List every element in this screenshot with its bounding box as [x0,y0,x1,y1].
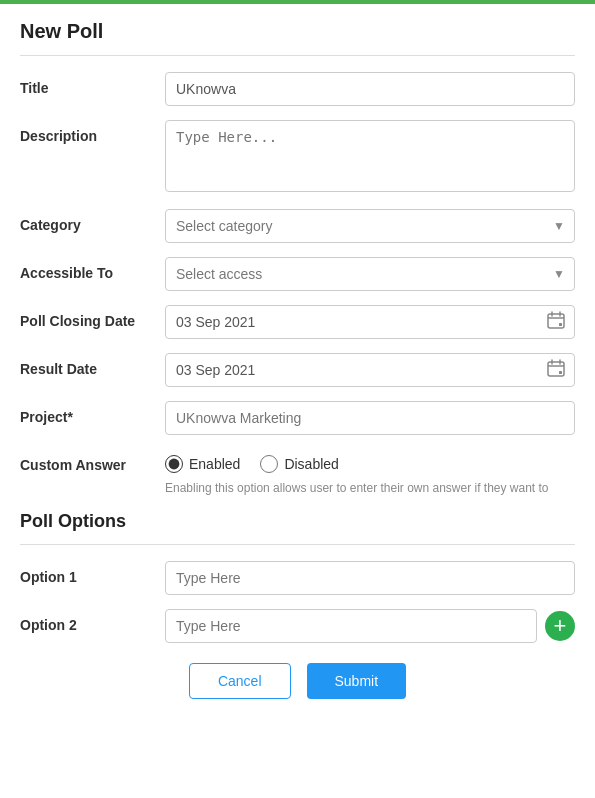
option1-input-wrap [165,561,575,595]
option2-with-add: + [165,609,575,643]
closing-date-input[interactable] [165,305,575,339]
custom-answer-row: Custom Answer Enabled Disabled Enabling … [20,449,575,497]
access-select-wrap: Select accessAllTeamDepartment ▼ [165,257,575,291]
custom-answer-radio-group: Enabled Disabled [165,449,575,473]
project-label: Project* [20,401,165,425]
title-label: Title [20,72,165,96]
poll-options-divider [20,544,575,545]
result-date-wrap [165,353,575,387]
custom-answer-enabled-label: Enabled [189,456,240,472]
custom-answer-control-wrap: Enabled Disabled Enabling this option al… [165,449,575,497]
access-label: Accessible To [20,257,165,281]
add-option-button[interactable]: + [545,611,575,641]
option2-input-wrap: + [165,609,575,643]
custom-answer-label: Custom Answer [20,449,165,473]
poll-options-title: Poll Options [20,511,575,532]
access-select[interactable]: Select accessAllTeamDepartment [165,257,575,291]
option2-input[interactable] [165,609,537,643]
title-input-wrap [165,72,575,106]
custom-answer-disabled-radio[interactable] [260,455,278,473]
custom-answer-hint: Enabling this option allows user to ente… [165,479,575,497]
access-dropdown-wrap: Select accessAllTeamDepartment ▼ [165,257,575,291]
custom-answer-enabled-option[interactable]: Enabled [165,455,240,473]
closing-date-label: Poll Closing Date [20,305,165,329]
result-date-input-wrap [165,353,575,387]
access-row: Accessible To Select accessAllTeamDepart… [20,257,575,291]
result-date-label: Result Date [20,353,165,377]
closing-date-wrap [165,305,575,339]
option1-label: Option 1 [20,561,165,585]
category-dropdown-wrap: Select categoryGeneralHRFinanceIT ▼ [165,209,575,243]
category-row: Category Select categoryGeneralHRFinance… [20,209,575,243]
project-input[interactable] [165,401,575,435]
custom-answer-disabled-label: Disabled [284,456,338,472]
result-date-row: Result Date [20,353,575,387]
custom-answer-disabled-option[interactable]: Disabled [260,455,338,473]
form-container: New Poll Title Description Category Sele… [0,4,595,731]
closing-date-row: Poll Closing Date [20,305,575,339]
category-label: Category [20,209,165,233]
custom-answer-enabled-radio[interactable] [165,455,183,473]
category-select[interactable]: Select categoryGeneralHRFinanceIT [165,209,575,243]
result-date-input[interactable] [165,353,575,387]
option2-label: Option 2 [20,609,165,633]
page-title: New Poll [20,20,575,43]
description-input-wrap [165,120,575,195]
closing-date-input-wrap [165,305,575,339]
description-input[interactable] [165,120,575,192]
option1-input[interactable] [165,561,575,595]
submit-button[interactable]: Submit [307,663,407,699]
title-row: Title [20,72,575,106]
option1-row: Option 1 [20,561,575,595]
button-row: Cancel Submit [20,663,575,715]
description-label: Description [20,120,165,144]
category-select-wrap: Select categoryGeneralHRFinanceIT ▼ [165,209,575,243]
project-input-wrap [165,401,575,435]
title-divider [20,55,575,56]
title-input[interactable] [165,72,575,106]
cancel-button[interactable]: Cancel [189,663,291,699]
description-row: Description [20,120,575,195]
option2-row: Option 2 + [20,609,575,643]
project-row: Project* [20,401,575,435]
